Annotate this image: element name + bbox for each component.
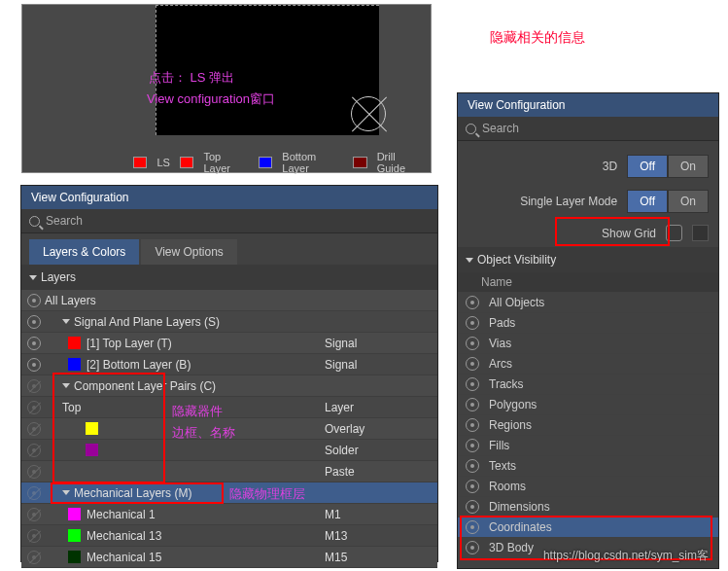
visibility-eye-icon[interactable] — [27, 337, 41, 350]
visibility-eye-icon[interactable] — [466, 316, 479, 330]
swatch-drill[interactable] — [353, 157, 366, 168]
layer-row[interactable]: Signal And Plane Layers (S) — [21, 311, 437, 333]
object-visibility-list: All ObjectsPadsViasArcsTracksPolygonsReg… — [458, 293, 718, 558]
annotation-text: 点击： LS 弹出 — [149, 69, 234, 87]
object-row[interactable]: Texts — [458, 456, 718, 477]
3d-on-button[interactable]: On — [668, 155, 709, 178]
swatch-bottom[interactable] — [259, 157, 272, 168]
layer-label: Mechanical 13 — [87, 529, 325, 543]
annotation-text: 隐藏相关的信息 — [490, 29, 585, 47]
swatch-ls[interactable] — [133, 157, 147, 168]
visibility-eye-icon[interactable] — [466, 377, 479, 391]
layer-type-label: Overlay — [325, 422, 432, 436]
search-input[interactable]: Search — [482, 122, 711, 135]
annotation-text: View configuration窗口 — [147, 90, 275, 108]
object-label: Polygons — [489, 398, 537, 411]
object-label: Dimensions — [489, 500, 550, 514]
visibility-eye-icon[interactable] — [27, 422, 41, 436]
layer-type-label: M13 — [325, 529, 432, 543]
object-row[interactable]: Vias — [458, 334, 718, 354]
layer-type-label: Paste — [325, 465, 432, 479]
layer-row[interactable]: Mechanical 13M13 — [21, 525, 437, 547]
tab-layers-colors[interactable]: Layers & Colors — [29, 239, 139, 265]
visibility-eye-icon[interactable] — [27, 358, 41, 372]
section-layers[interactable]: Layers — [21, 265, 437, 290]
layer-color-swatch[interactable] — [68, 508, 81, 520]
search-icon — [29, 216, 40, 227]
panel-title: View Configuration — [21, 186, 437, 209]
layer-label: [1] Top Layer (T) — [87, 337, 325, 350]
layer-type-label: Signal — [325, 358, 432, 372]
visibility-eye-icon[interactable] — [27, 508, 41, 521]
visibility-eye-icon[interactable] — [27, 379, 41, 393]
visibility-eye-icon[interactable] — [27, 315, 41, 329]
object-row[interactable]: Regions — [458, 415, 718, 436]
layer-row[interactable]: All Layers — [21, 290, 437, 311]
annotation-text: 边框、名称 — [172, 424, 235, 442]
visibility-eye-icon[interactable] — [27, 529, 41, 543]
layer-color-swatch[interactable] — [68, 358, 81, 371]
tab-view-options[interactable]: View Options — [141, 239, 236, 265]
visibility-eye-icon[interactable] — [466, 459, 479, 473]
view-configuration-panel-left: View Configuration Search Layers & Color… — [20, 185, 438, 562]
object-row[interactable]: Fills — [458, 436, 718, 456]
search-bar[interactable]: Search — [458, 117, 718, 141]
object-row[interactable]: Pads — [458, 313, 718, 334]
layer-status-bar: LS Top Layer Bottom Layer Drill Guide — [133, 151, 431, 174]
layer-row[interactable]: [1] Top Layer (T)Signal — [21, 333, 437, 354]
visibility-eye-icon[interactable] — [27, 444, 41, 457]
visibility-eye-icon[interactable] — [466, 480, 479, 493]
visibility-eye-icon[interactable] — [27, 551, 41, 564]
grid-color-swatch[interactable] — [692, 225, 709, 241]
layer-type-label: M15 — [325, 551, 432, 564]
visibility-eye-icon[interactable] — [466, 500, 479, 514]
annotation-text: 隐藏物理框层 — [229, 485, 305, 503]
object-row[interactable]: All Objects — [458, 293, 718, 313]
object-row[interactable]: Rooms — [458, 477, 718, 497]
visibility-eye-icon[interactable] — [466, 398, 479, 411]
annotation-box — [51, 482, 224, 504]
visibility-eye-icon[interactable] — [466, 357, 479, 371]
visibility-eye-icon[interactable] — [466, 439, 479, 452]
layer-color-swatch[interactable] — [68, 551, 81, 563]
layer-label: [2] Bottom Layer (B) — [87, 358, 325, 372]
annotation-text: 隐藏器件 — [172, 403, 223, 420]
object-row[interactable]: Dimensions — [458, 497, 718, 517]
search-bar[interactable]: Search — [21, 209, 437, 233]
layer-label: Mechanical 1 — [87, 508, 325, 521]
option-single-layer: Single Layer Mode Off On — [458, 184, 718, 219]
visibility-eye-icon[interactable] — [27, 294, 41, 307]
layer-type-label: Layer — [325, 401, 432, 414]
3d-off-button[interactable]: Off — [627, 155, 668, 178]
swatch-top[interactable] — [180, 157, 193, 168]
object-label: Fills — [489, 439, 509, 452]
layer-type-label: M1 — [325, 508, 432, 521]
visibility-eye-icon[interactable] — [27, 465, 41, 479]
object-row[interactable]: Polygons — [458, 395, 718, 415]
search-input[interactable]: Search — [46, 214, 430, 228]
layer-color-swatch[interactable] — [68, 529, 81, 542]
tab-strip: Layers & Colors View Options — [21, 233, 437, 265]
visibility-eye-icon[interactable] — [27, 401, 41, 414]
layer-type-label: Signal — [325, 337, 432, 350]
section-object-visibility[interactable]: Object Visibility — [458, 247, 718, 272]
object-row[interactable]: Tracks — [458, 375, 718, 395]
visibility-eye-icon[interactable] — [466, 418, 479, 432]
panel-title: View Configuration — [458, 93, 718, 117]
visibility-eye-icon[interactable] — [27, 486, 41, 500]
option-3d: 3D Off On — [458, 149, 718, 184]
single-layer-on-button[interactable]: On — [668, 190, 709, 213]
chevron-down-icon — [62, 319, 70, 324]
chevron-down-icon — [29, 275, 37, 280]
pcb-viewport: 点击： LS 弹出 View configuration窗口 LS Top La… — [21, 4, 432, 173]
visibility-eye-icon[interactable] — [466, 337, 479, 350]
object-label: Arcs — [489, 357, 512, 371]
layer-row[interactable]: Mechanical 1M1 — [21, 504, 437, 525]
column-header: Name — [458, 272, 718, 293]
object-label: Texts — [489, 459, 516, 473]
layer-row[interactable]: Mechanical 15M15 — [21, 547, 437, 568]
visibility-eye-icon[interactable] — [466, 296, 479, 309]
layer-color-swatch[interactable] — [68, 337, 81, 349]
object-row[interactable]: Arcs — [458, 354, 718, 375]
single-layer-off-button[interactable]: Off — [627, 190, 668, 213]
